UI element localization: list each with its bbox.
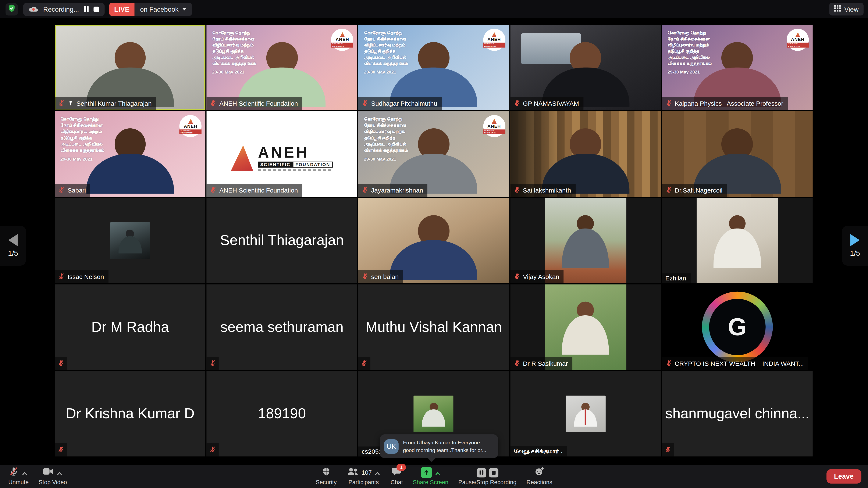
participant-tile[interactable]: கொரோனா தொற்றுநோய் சிகிச்சைக்கானவிழிப்புண… xyxy=(358,111,509,197)
page-next-button[interactable]: 1/5 xyxy=(842,226,868,266)
mic-muted-icon xyxy=(58,445,64,455)
slide-line: விளக்கக் கருத்தரங்கம் xyxy=(212,60,300,66)
share-options-caret-icon[interactable] xyxy=(434,468,440,478)
participant-tile[interactable]: கொரோனா தொற்றுநோய் சிகிச்சைக்கானவிழிப்புண… xyxy=(207,25,357,110)
participant-tile[interactable]: GP NAMASIVAYAM xyxy=(510,25,661,110)
live-stream-control[interactable]: LIVE on Facebook xyxy=(109,3,192,16)
page-prev-button[interactable]: 1/5 xyxy=(0,226,26,266)
participant-name: sen balan xyxy=(371,273,399,280)
security-label: Security xyxy=(316,479,337,485)
view-button[interactable]: View xyxy=(830,3,864,15)
chat-label: Chat xyxy=(391,479,403,485)
share-screen-button[interactable]: Share Screen xyxy=(408,465,454,488)
leave-button[interactable]: Leave xyxy=(826,469,862,484)
aneh-badge-subtitle: SCIENTIFIC FOUNDATION xyxy=(483,129,505,134)
reactions-button[interactable]: Reactions xyxy=(522,465,557,488)
mic-muted-icon xyxy=(210,99,217,109)
slide-line: விளக்கக் கருத்தரங்கம் xyxy=(364,60,451,66)
aneh-badge-subtitle: SCIENTIFIC FOUNDATION xyxy=(331,43,353,47)
aneh-badge-subtitle: SCIENTIFIC FOUNDATION xyxy=(483,43,505,47)
aneh-logo-badge: ANEHSCIENTIFIC FOUNDATION xyxy=(483,115,505,137)
aneh-logo: ANEHSCIENTIFICFOUNDATION xyxy=(231,145,333,171)
portrait-video-strip xyxy=(696,198,778,283)
slide-line: நோய் சிகிச்சைக்கான xyxy=(60,123,148,129)
mic-muted-icon xyxy=(665,99,672,109)
participant-tile[interactable]: வேலு.சசிக்குமார் . xyxy=(510,371,661,456)
unmute-button[interactable]: Unmute xyxy=(3,465,34,488)
participant-tile[interactable]: Muthu Vishal Kannan xyxy=(358,285,509,370)
stop-video-button[interactable]: Stop Video xyxy=(34,465,72,488)
participant-tile[interactable]: கொரோனா தொற்றுநோய் சிகிச்சைக்கானவிழிப்புண… xyxy=(662,25,813,110)
participant-tile[interactable]: Senthil Kumar Thiagarajan xyxy=(55,25,206,110)
participant-tile[interactable]: Senthil Thiagarajan xyxy=(207,198,357,283)
participant-tile[interactable]: Vijay Asokan xyxy=(510,198,661,283)
participant-video-placeholder xyxy=(562,215,609,283)
slide-line: விளக்கக் கருத்தரங்கம் xyxy=(364,147,451,153)
unmute-options-caret-icon[interactable] xyxy=(22,468,28,478)
participant-name-text: Senthil Thiagarajan xyxy=(207,198,357,283)
mic-muted-icon xyxy=(209,358,216,368)
slide-line: நோய் சிகிச்சைக்கான xyxy=(668,36,755,42)
participant-tile[interactable]: Dr.Safi,Nagercoil xyxy=(662,111,813,197)
participant-tile[interactable]: seema sethuraman xyxy=(207,285,357,370)
chat-unread-badge: 1 xyxy=(397,463,406,470)
gallery-grid-icon xyxy=(834,5,841,13)
mic-muted-icon xyxy=(665,185,672,195)
participant-tile[interactable]: ANEHSCIENTIFICFOUNDATIONANEH Scientific … xyxy=(207,111,357,197)
meeting-info-shield-button[interactable] xyxy=(5,3,18,15)
participant-tile[interactable]: கொரோனா தொற்றுநோய் சிகிச்சைக்கானவிழிப்புண… xyxy=(55,111,206,197)
stop-recording-icon[interactable] xyxy=(489,468,498,477)
slide-line: தடுப்பூசி குறித்த xyxy=(212,48,300,55)
participant-tile[interactable]: Dr R Sasikumar xyxy=(510,285,661,370)
participant-tile[interactable]: Dr Krishna Kumar D xyxy=(55,371,206,456)
security-button[interactable]: Security xyxy=(311,465,342,488)
participant-name: CRYPTO IS NEXT WEALTH – INDIA WANT... xyxy=(675,360,804,367)
participant-tile[interactable]: sen balan xyxy=(358,198,509,283)
slide-line: விழிப்புணர்வு மற்றும் xyxy=(668,42,755,48)
chat-button[interactable]: 1 Chat xyxy=(386,465,408,488)
slide-line: கொரோனா தொற்று xyxy=(668,30,755,36)
participant-tile[interactable]: shanmugavel chinna... xyxy=(662,371,813,456)
participant-name: Dr.Safi,Nagercoil xyxy=(675,187,722,193)
aneh-badge-title: ANEH xyxy=(487,124,501,129)
participants-button[interactable]: 107 Participants xyxy=(342,465,385,488)
participant-tile[interactable]: கொரோனா தொற்றுநோய் சிகிச்சைக்கானவிழிப்புண… xyxy=(358,25,509,110)
slide-date: 29-30 May 2021 xyxy=(364,156,451,162)
video-options-caret-icon[interactable] xyxy=(57,468,63,478)
slide-line: அடிப்படை அறிவியல் xyxy=(60,141,148,147)
video-thumbnail xyxy=(566,395,606,432)
participant-tile[interactable]: GCRYPTO IS NEXT WEALTH – INDIA WANT... xyxy=(662,285,813,370)
participant-name-label: Sai lakshmikanth xyxy=(510,184,575,197)
pause-stop-recording-button[interactable]: Pause/Stop Recording xyxy=(453,465,522,488)
stop-recording-icon-button[interactable] xyxy=(94,6,99,12)
participant-name-label xyxy=(55,357,67,370)
participant-name-label xyxy=(207,443,219,456)
slide-line: அடிப்படை அறிவியல் xyxy=(212,54,300,60)
shield-check-icon xyxy=(7,4,16,14)
pause-recording-icon-button[interactable] xyxy=(84,6,89,12)
participant-tile[interactable]: Sai lakshmikanth xyxy=(510,111,661,197)
live-dropdown-caret-icon[interactable] xyxy=(182,8,187,13)
participant-tile[interactable]: 189190 xyxy=(207,371,357,456)
chat-notification-popup[interactable]: UK From Uthaya Kumar to Everyone good mo… xyxy=(380,434,498,458)
participant-tile[interactable]: Ezhilan xyxy=(662,198,813,283)
participant-video-placeholder xyxy=(574,403,597,432)
slide-line: நோய் சிகிச்சைக்கான xyxy=(364,123,451,129)
pause-recording-icon[interactable] xyxy=(476,468,486,477)
page-indicator: 1/5 xyxy=(850,249,860,257)
slide-date: 29-30 May 2021 xyxy=(364,70,451,76)
slide-overlay-text: கொரோனா தொற்றுநோய் சிகிச்சைக்கானவிழிப்புண… xyxy=(364,117,451,162)
aneh-triangle-icon xyxy=(492,32,497,37)
avatar: UK xyxy=(384,439,399,453)
participant-name-text: Dr Krishna Kumar D xyxy=(55,371,206,456)
participant-tile[interactable]: Issac Nelson xyxy=(55,198,206,283)
slide-line: நோய் சிகிச்சைக்கான xyxy=(364,36,451,42)
slide-date: 29-30 May 2021 xyxy=(212,70,300,76)
mic-muted-icon xyxy=(58,358,64,368)
participant-name-label: Issac Nelson xyxy=(55,270,108,283)
participant-tile[interactable]: Dr M Radha xyxy=(55,285,206,370)
mic-muted-icon xyxy=(514,185,520,195)
chevron-right-icon xyxy=(850,234,860,246)
crypto-center-letter: G xyxy=(728,314,747,341)
participants-caret-icon[interactable] xyxy=(374,468,381,478)
